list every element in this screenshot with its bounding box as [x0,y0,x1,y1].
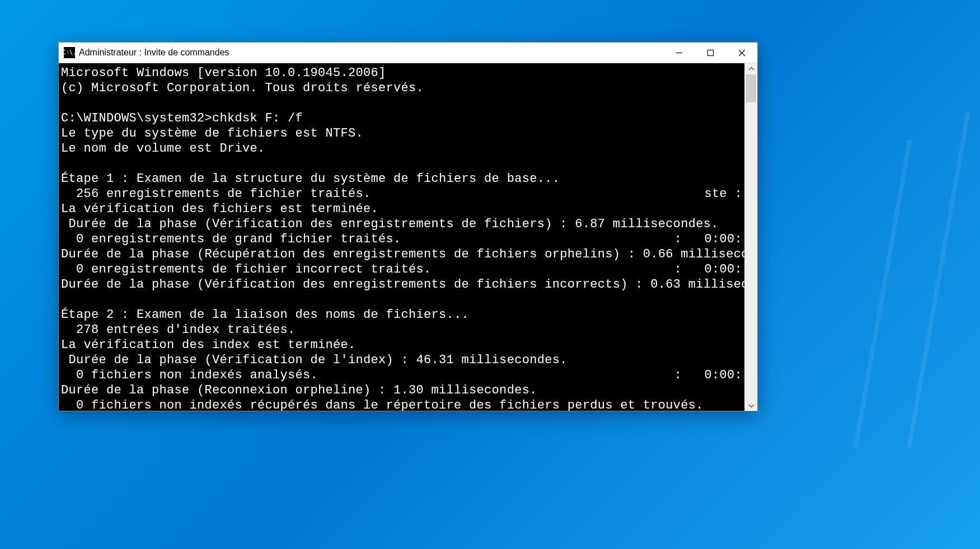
console-line: Étape 1 : Examen de la structure du syst… [61,171,742,186]
console-line: 0 enregistrements de grand fichier trait… [61,232,742,247]
console-line: C:\WINDOWS\system32>chkdsk F: /f [61,111,742,126]
maximize-button[interactable] [695,43,726,63]
scrollbar-thumb[interactable] [746,74,756,102]
console-line: Durée de la phase (Vérification des enre… [61,277,742,292]
scrollbar-track[interactable] [745,74,757,400]
console-line: Durée de la phase (Récupération des enre… [61,247,742,262]
svg-rect-1 [707,50,713,55]
command-prompt-window: C:\. Administrateur : Invite de commande… [58,42,758,411]
console-line: Le nom de volume est Drive. [61,141,742,156]
close-icon [738,49,745,57]
console-line: Durée de la phase (Vérification de l'ind… [61,353,742,368]
console-line [61,292,742,307]
scroll-down-button[interactable] [745,400,757,411]
console-line: 278 entrées d'index traitées. [61,322,742,337]
window-body: Microsoft Windows [version 10.0.19045.20… [59,63,757,411]
cmd-icon: C:\. [64,47,75,58]
console-output[interactable]: Microsoft Windows [version 10.0.19045.20… [59,63,744,411]
console-line: 0 enregistrements de fichier incorrect t… [61,262,742,277]
scroll-up-button[interactable] [745,63,757,74]
console-line [61,156,742,171]
minimize-button[interactable] [663,43,695,63]
minimize-icon [676,49,683,57]
vertical-scrollbar[interactable] [744,63,757,411]
console-line: Le type du système de fichiers est NTFS. [61,126,742,141]
maximize-icon [707,49,714,57]
console-line: La vérification des index est terminée. [61,337,742,353]
console-line [61,96,742,111]
console-line: 0 fichiers non indexés récupérés dans le… [61,398,742,411]
chevron-down-icon [748,402,754,409]
close-button[interactable] [726,43,757,63]
console-line: Durée de la phase (Reconnexion orpheline… [61,383,742,398]
console-line: Durée de la phase (Vérification des enre… [61,217,742,232]
titlebar[interactable]: C:\. Administrateur : Invite de commande… [59,43,757,63]
console-line: Microsoft Windows [version 10.0.19045.20… [61,65,742,81]
console-line: 0 fichiers non indexés analysés.: 0:00: [61,368,742,383]
chevron-up-icon [748,66,754,72]
console-line: La vérification des fichiers est terminé… [61,201,742,217]
console-line: (c) Microsoft Corporation. Tous droits r… [61,81,742,96]
window-title: Administrateur : Invite de commandes [79,48,229,58]
console-line: Étape 2 : Examen de la liaison des noms … [61,307,742,322]
console-line: 256 enregistrements de fichier traités.s… [61,186,742,201]
